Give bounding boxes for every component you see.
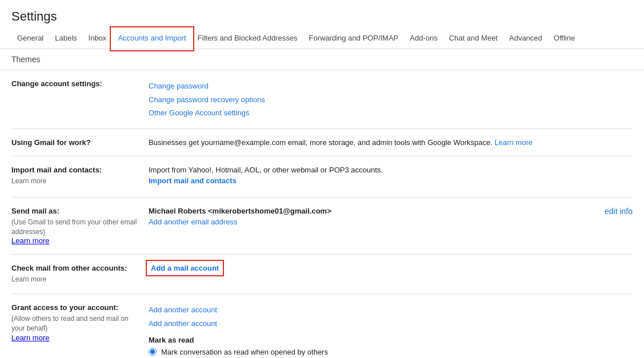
learn-more-link-grant-access-to-account[interactable]: Learn more (11, 333, 49, 342)
settings-label-import-mail-and-contacts: Import mail and contacts:Learn more (11, 166, 149, 186)
settings-row-send-mail-as: Send mail as:(Use Gmail to send from you… (11, 198, 633, 255)
settings-label-check-mail-from-other-accounts: Check mail from other accounts:Learn mor… (11, 264, 149, 284)
nav-tab-offline[interactable]: Offline (548, 29, 581, 49)
nav-tab-inbox[interactable]: Inbox (83, 29, 113, 49)
page-title: Settings (0, 0, 644, 29)
link-add-another-email-address[interactable]: Add another email address (149, 215, 587, 228)
nav-tabs: GeneralLabelsInboxAccounts and ImportFil… (0, 29, 644, 49)
user-name: Michael Roberts <mikerobertshome01@gmail… (149, 207, 331, 215)
action-link-send-mail-as[interactable]: edit info (605, 207, 633, 216)
mark-as-read-section: Mark as readMark conversation as read wh… (149, 336, 633, 358)
link-add-another-account[interactable]: Add another account (149, 303, 633, 316)
settings-row-change-account-settings: Change account settings:Change passwordC… (11, 70, 633, 129)
settings-value-using-gmail-for-work: Businesses get yourname@example.com emai… (149, 138, 633, 147)
link-change-password[interactable]: Change password (149, 79, 633, 92)
radio-option-0: Mark conversation as read when opened by… (149, 348, 633, 356)
settings-row-check-mail-from-other-accounts: Check mail from other accounts:Learn mor… (11, 255, 633, 294)
settings-content: Change account settings:Change passwordC… (0, 70, 644, 358)
mark-as-read-label: Mark as read (149, 336, 633, 344)
link-change-password-recovery-options[interactable]: Change password recovery options (149, 93, 633, 106)
radio-label-0: Mark conversation as read when opened by… (161, 348, 328, 356)
link-import-mail-and-contacts[interactable]: Import mail and contacts (149, 174, 633, 187)
settings-row-import-mail-and-contacts: Import mail and contacts:Learn moreImpor… (11, 156, 633, 197)
link-add-another-account[interactable]: Add another account (149, 317, 633, 330)
settings-value-import-mail-and-contacts: Import from Yahoo!, Hotmail, AOL, or oth… (149, 166, 633, 187)
name-row: Michael Roberts <mikerobertshome01@gmail… (149, 207, 587, 215)
nav-tab-chat-and-meet[interactable]: Chat and Meet (443, 29, 503, 49)
nav-tab-general[interactable]: General (11, 29, 49, 49)
radio-input-0[interactable] (149, 348, 157, 356)
settings-value-send-mail-as: Michael Roberts <mikerobertshome01@gmail… (149, 207, 587, 228)
link-other-google-account-settings[interactable]: Other Google Account settings (149, 106, 633, 119)
themes-row: Themes (0, 49, 644, 70)
settings-row-using-gmail-for-work: Using Gmail for work?Businesses get your… (11, 129, 633, 156)
add-mail-account-link[interactable]: Add a mail account (149, 263, 221, 273)
nav-tab-advanced[interactable]: Advanced (503, 29, 548, 49)
settings-label-send-mail-as: Send mail as:(Use Gmail to send from you… (11, 207, 149, 246)
settings-value-grant-access-to-account: Add another accountAdd another accountMa… (149, 303, 633, 358)
settings-label-grant-access-to-account: Grant access to your account:(Allow othe… (11, 303, 149, 342)
settings-row-grant-access-to-account: Grant access to your account:(Allow othe… (11, 294, 633, 358)
settings-label-change-account-settings: Change account settings: (11, 79, 149, 88)
nav-tab-add-ons[interactable]: Add-ons (404, 29, 443, 49)
nav-tab-forwarding-and-pop-imap[interactable]: Forwarding and POP/IMAP (303, 29, 404, 49)
settings-value-check-mail-from-other-accounts: Add a mail account (149, 264, 633, 272)
settings-value-change-account-settings: Change passwordChange password recovery … (149, 79, 633, 119)
body-text-import-mail-and-contacts: Import from Yahoo!, Hotmail, AOL, or oth… (149, 166, 383, 174)
inline-link-using-gmail-for-work[interactable]: Learn more (494, 138, 532, 147)
nav-tab-accounts-and-import[interactable]: Accounts and Import (112, 29, 191, 49)
learn-more-link-send-mail-as[interactable]: Learn more (11, 236, 49, 245)
nav-tab-labels[interactable]: Labels (49, 29, 82, 49)
settings-action-send-mail-as: edit info (587, 207, 633, 216)
nav-tab-filters-and-blocked-addresses[interactable]: Filters and Blocked Addresses (192, 29, 303, 49)
settings-label-using-gmail-for-work: Using Gmail for work? (11, 138, 149, 147)
body-text-using-gmail-for-work: Businesses get yourname@example.com emai… (149, 138, 494, 147)
